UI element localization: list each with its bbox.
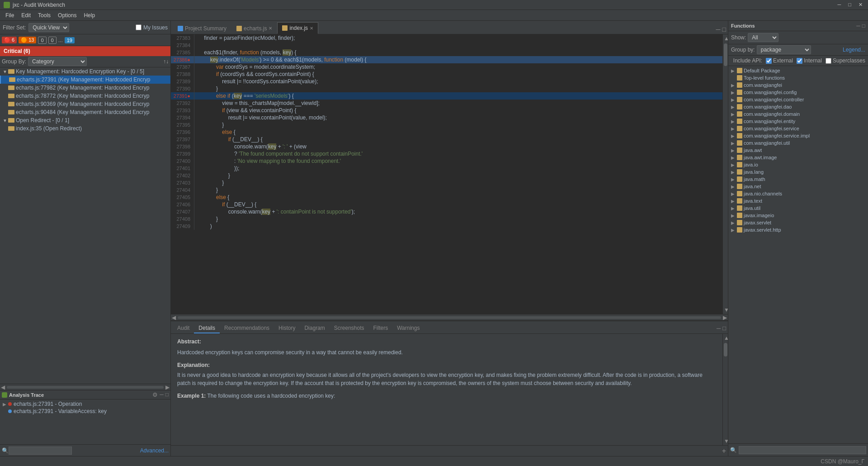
menu-tools[interactable]: Tools	[34, 11, 54, 19]
maximize-detail-button[interactable]: □	[722, 325, 726, 332]
scroll-left-btn[interactable]: ◀	[1, 384, 5, 390]
tab-close-index[interactable]: ✕	[310, 26, 313, 31]
menu-options[interactable]: Options	[54, 11, 80, 19]
rtree-item-java-net[interactable]: ▶ java.net	[729, 183, 867, 190]
maximize-button[interactable]: □	[846, 2, 853, 8]
rtree-item-wangjiangfei-dao[interactable]: ▶ com.wangjiangfei.dao	[729, 103, 867, 110]
close-button[interactable]: ✕	[857, 2, 864, 8]
tab-echarts-js[interactable]: echarts.js ✕	[231, 22, 277, 34]
tab-screenshots[interactable]: Screenshots	[330, 323, 369, 333]
scroll-right-btn[interactable]: ▶	[165, 384, 170, 390]
rtree-item-javax-imageio[interactable]: ▶ javax.imageio	[729, 212, 867, 219]
badge-medium[interactable]: 0	[38, 37, 46, 44]
badge-info[interactable]: 19	[65, 37, 75, 43]
rtree-item-java-awt[interactable]: ▶ java.awt	[729, 147, 867, 154]
sort-button[interactable]: ↑↓	[163, 58, 169, 65]
rtree-item-wangjiangfei-service[interactable]: ▶ com.wangjiangfei.service	[729, 125, 867, 132]
hscroll-left-btn[interactable]: ◀	[172, 314, 176, 321]
tab-warnings[interactable]: Warnings	[392, 323, 424, 333]
advanced-link[interactable]: Advanced...	[140, 447, 169, 454]
rtree-item-java-nio-channels[interactable]: ▶ java.nio.channels	[729, 190, 867, 197]
rtree-item-toplevel[interactable]: Top-level functions	[729, 74, 867, 81]
tab-details[interactable]: Details	[194, 323, 220, 333]
external-checkbox[interactable]	[766, 58, 772, 64]
minimize-functions-button[interactable]: ─	[856, 23, 860, 29]
detail-scroll-down[interactable]: ▼	[723, 437, 728, 445]
rtree-item-java-text[interactable]: ▶ java.text	[729, 197, 867, 204]
internal-checkbox-label[interactable]: Internal	[797, 57, 822, 64]
maximize-trace-button[interactable]: □	[165, 391, 169, 398]
external-checkbox-label[interactable]: External	[766, 57, 793, 64]
tree-item-echarts-78772[interactable]: echarts.js:78772 (Key Management: Hardco…	[0, 92, 170, 100]
groupby-select[interactable]: Category File Package Severity	[28, 57, 87, 66]
maximize-functions-button[interactable]: □	[862, 23, 865, 29]
detail-scrollbar-thumb[interactable]	[724, 343, 727, 357]
badge-critical[interactable]: 🔴 6	[2, 37, 17, 43]
minimize-detail-button[interactable]: ─	[717, 325, 721, 332]
detail-scroll-up[interactable]: ▲	[723, 334, 728, 342]
rtree-item-wangjiangfei-entity[interactable]: ▶ com.wangjiangfei.entity	[729, 118, 867, 125]
rtree-item-javax-servlet[interactable]: ▶ javax.servlet	[729, 219, 867, 226]
add-button[interactable]: +	[722, 447, 726, 455]
tab-diagram[interactable]: Diagram	[300, 323, 329, 333]
rtree-item-javax-servlet-http[interactable]: ▶ javax.servlet.http	[729, 226, 867, 233]
legend-link[interactable]: Legend...	[843, 47, 865, 53]
tab-filters[interactable]: Filters	[369, 323, 393, 333]
rtree-item-java-util[interactable]: ▶ java.util	[729, 204, 867, 212]
tab-project-summary[interactable]: Project Summary	[173, 22, 231, 34]
tab-audit[interactable]: Audit	[173, 323, 194, 333]
tree-item-echarts-90369[interactable]: echarts.js:90369 (Key Management: Hardco…	[0, 100, 170, 108]
rtree-item-wangjiangfei-domain[interactable]: ▶ com.wangjiangfei.domain	[729, 110, 867, 118]
badge-high[interactable]: 🟠 13	[19, 37, 36, 43]
rtree-item-java-lang[interactable]: ▶ java.lang	[729, 168, 867, 176]
trace-item-variable[interactable]: ▶ echarts.js:27391 - VariableAccess: key	[1, 408, 170, 415]
issues-search-input[interactable]	[9, 447, 72, 455]
scrollbar-thumb[interactable]	[724, 43, 727, 66]
minimize-editor-button[interactable]: ─	[716, 26, 721, 33]
superclasses-checkbox[interactable]	[826, 58, 831, 64]
tree-item-index-35[interactable]: index.js:35 (Open Redirect)	[0, 124, 170, 133]
my-issues-checkbox[interactable]	[136, 24, 142, 30]
scroll-down-btn[interactable]: ▼	[723, 306, 728, 314]
tree-folder-open-redirect[interactable]: ▼ Open Redirect - [0 / 1]	[0, 116, 170, 124]
groupby-functions-select[interactable]: package class none	[757, 45, 811, 54]
rtree-item-wangjiangfei-config[interactable]: ▶ com.wangjiangfei.config	[729, 89, 867, 96]
minimize-button[interactable]: ─	[836, 2, 843, 8]
badge-more[interactable]: ...	[58, 37, 63, 43]
tree-item-echarts-77982[interactable]: echarts.js:77982 (Key Management: Hardco…	[0, 84, 170, 92]
menu-edit[interactable]: Edit	[18, 11, 34, 19]
superclasses-checkbox-label[interactable]: Superclasses	[826, 57, 865, 64]
maximize-editor-button[interactable]: □	[722, 26, 726, 33]
menu-help[interactable]: Help	[80, 11, 99, 19]
tree-item-echarts-27391-selected[interactable]: echarts.js:27391 (Key Management: Hardco…	[0, 76, 170, 84]
trace-dot-blue	[8, 409, 12, 413]
filter-set-select[interactable]: Quick View All Issues	[28, 23, 69, 32]
rtree-item-wangjiangfei[interactable]: ▶ com.wangjiangfei	[729, 81, 867, 89]
show-select[interactable]: All Called Callers	[748, 33, 778, 42]
tree-item-echarts-90484[interactable]: echarts.js:90484 (Key Management: Hardco…	[0, 108, 170, 116]
internal-checkbox[interactable]	[797, 58, 802, 64]
rtree-item-default-pkg[interactable]: ▶ Default Package	[729, 67, 867, 74]
code-content[interactable]: 27383 finder = parseFinder(ecModel, find…	[171, 34, 722, 314]
trace-item-operation[interactable]: ▶ echarts.js:27391 - Operation	[1, 400, 170, 408]
rtree-item-java-io[interactable]: ▶ java.io	[729, 161, 867, 168]
tree-folder-key-management[interactable]: ▼ Key Management: Hardcoded Encryption K…	[0, 67, 170, 76]
hscrollbar-thumb[interactable]	[178, 316, 721, 319]
minimize-trace-button[interactable]: ─	[160, 391, 164, 398]
tab-recommendations[interactable]: Recommendations	[220, 323, 274, 333]
rtree-item-wangjiangfei-service-impl[interactable]: ▶ com.wangjiangfei.service.impl	[729, 132, 867, 139]
hscrollbar-thumb[interactable]	[7, 386, 164, 389]
scroll-up-btn[interactable]: ▲	[723, 34, 728, 43]
rtree-item-java-math[interactable]: ▶ java.math	[729, 176, 867, 183]
tab-history[interactable]: History	[274, 323, 300, 333]
menu-file[interactable]: File	[2, 11, 18, 19]
badge-low[interactable]: 0	[48, 37, 57, 44]
tab-close-echarts[interactable]: ✕	[269, 26, 272, 31]
rtree-item-java-awt-image[interactable]: ▶ java.awt.image	[729, 154, 867, 161]
rtree-item-wangjiangfei-controller[interactable]: ▶ com.wangjiangfei.controller	[729, 96, 867, 103]
settings-icon[interactable]: ⚙	[152, 391, 158, 398]
rtree-item-wangjiangfei-util[interactable]: ▶ com.wangjiangfei.util	[729, 139, 867, 147]
hscroll-right-btn[interactable]: ▶	[723, 314, 727, 321]
functions-search-input[interactable]	[739, 446, 866, 454]
tab-index-js[interactable]: index.js ✕	[277, 22, 318, 34]
